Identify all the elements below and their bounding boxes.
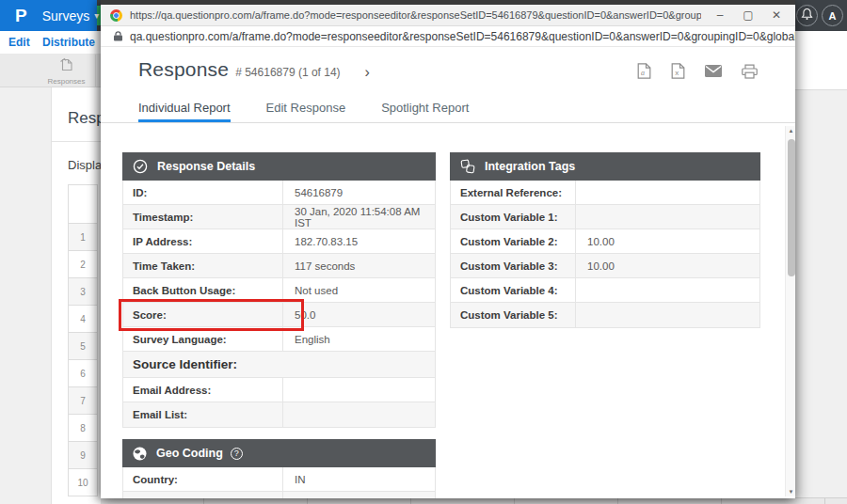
table-row: Email List: (123, 402, 435, 427)
table-row: Timestamp:30 Jan, 2020 11:54:08 AM IST (123, 205, 435, 229)
integration-tags-header: Integration Tags (450, 152, 760, 181)
row-label: Custom Variable 3: (451, 254, 576, 277)
table-header-cell (68, 184, 98, 224)
menu-edit[interactable]: Edit (8, 36, 30, 49)
row-label: Country: (123, 467, 283, 491)
row-label: Custom Variable 4: (451, 278, 576, 302)
scroll-down-arrow[interactable]: ▼ (786, 487, 795, 496)
window-titlebar[interactable]: https://qa.questionpro.com/a/frame.do?mo… (101, 5, 795, 26)
avatar-initial: A (829, 10, 837, 22)
user-avatar[interactable]: A (822, 5, 843, 26)
row-label: Time Taken: (123, 254, 283, 277)
table-row: External Reference: (451, 181, 759, 205)
print-icon[interactable] (742, 64, 758, 79)
questionpro-logo: P (15, 6, 27, 26)
row-number-cell: 1 (68, 224, 98, 251)
row-label: Custom Variable 1: (451, 205, 576, 228)
table-row: Custom Variable 3:10.00 (451, 254, 759, 278)
export-actions: a x (637, 63, 758, 79)
window-controls: – ▢ ✕ (712, 8, 784, 22)
address-bar[interactable]: qa.questionpro.com/a/frame.do?mode=respo… (101, 26, 795, 47)
chevron-down-icon[interactable]: ▾ (94, 10, 99, 21)
geo-coding-table: Country:INRegion:16 (122, 467, 436, 498)
section-row: Source Identifier: (123, 352, 435, 378)
svg-text:x: x (675, 69, 679, 77)
row-value: 16 (283, 492, 307, 498)
table-row: Country:IN (123, 467, 435, 492)
minimize-button[interactable]: – (712, 8, 727, 22)
row-label: Source Identifier: (123, 352, 237, 377)
table-row: Custom Variable 5: (451, 303, 759, 327)
row-value (576, 205, 587, 228)
pdf-export-icon[interactable]: a (637, 63, 651, 79)
row-label: Custom Variable 2: (451, 229, 576, 253)
table-row: Score:50.0 (123, 303, 435, 327)
table-row: Custom Variable 4: (451, 278, 759, 303)
popup-content: Response # 54616879 (1 of 14) › a x (101, 47, 795, 498)
response-editor-popup: https://qa.questionpro.com/a/frame.do?mo… (101, 0, 795, 498)
left-sidebar (0, 87, 52, 504)
tab-edit-response[interactable]: Edit Response (266, 94, 346, 122)
row-number-cell: 6 (68, 360, 98, 387)
email-icon[interactable] (705, 65, 722, 77)
nav-surveys[interactable]: Surveys (42, 8, 90, 24)
check-circle-icon (133, 159, 148, 174)
row-value: 30 Jan, 2020 11:54:08 AM IST (283, 205, 435, 228)
row-value (283, 378, 295, 402)
background-table-strip (101, 497, 847, 504)
next-response-chevron[interactable]: › (365, 64, 370, 81)
row-label: IP Address: (123, 229, 283, 253)
row-number-cell: 2 (68, 251, 98, 278)
row-label: Email Address: (123, 378, 283, 402)
row-value (283, 402, 295, 427)
table-row: Custom Variable 1: (451, 205, 759, 229)
row-number-cell: 7 (68, 387, 98, 415)
excel-export-icon[interactable]: x (671, 63, 685, 79)
row-label: Score: (123, 303, 283, 326)
row-label: ID: (123, 181, 283, 204)
notifications-button[interactable] (796, 5, 818, 26)
report-tabs: Individual ReportEdit ResponseSpotlight … (101, 94, 795, 123)
maximize-button[interactable]: ▢ (741, 8, 756, 22)
help-icon[interactable]: ? (231, 448, 243, 460)
table-row: ID:54616879 (123, 181, 435, 205)
close-button[interactable]: ✕ (769, 8, 784, 22)
scroll-up-arrow[interactable]: ▲ (786, 126, 795, 135)
row-label: Timestamp: (123, 205, 283, 228)
row-value: 10.00 (576, 229, 615, 253)
row-value: IN (283, 467, 306, 491)
row-label: Email List: (123, 402, 283, 427)
row-label: External Reference: (451, 181, 576, 204)
row-value: 50.0 (283, 303, 315, 326)
geo-coding-panel: Geo Coding ? Country:INRegion:16 (122, 439, 436, 498)
address-url: qa.questionpro.com/a/frame.do?mode=respo… (130, 30, 795, 43)
table-row: Back Button Usage:Not used (123, 278, 435, 303)
scrollbar-thumb[interactable] (788, 139, 795, 276)
integration-tags-title: Integration Tags (485, 160, 575, 173)
tab-individual-report[interactable]: Individual Report (138, 94, 231, 122)
row-number-cell: 4 (68, 306, 98, 333)
row-number-cell: 10 (68, 469, 98, 496)
response-details-header: Response Details (122, 152, 436, 181)
row-value: 182.70.83.15 (283, 229, 358, 253)
toolbar-tab-responses[interactable]: Responses (38, 55, 96, 87)
row-number-cell: 3 (68, 278, 98, 306)
row-label: Region: (123, 492, 283, 498)
svg-text:a: a (641, 69, 645, 77)
toolbar-tab-label: Responses (47, 77, 85, 86)
menu-distribute[interactable]: Distribute (42, 36, 95, 49)
row-value: English (283, 327, 330, 351)
vertical-scrollbar[interactable]: ▲ ▼ (785, 126, 795, 496)
background-panel-gray (795, 89, 847, 504)
row-number-cell: 5 (68, 333, 98, 360)
row-value (576, 181, 587, 204)
row-label: Back Button Usage: (123, 278, 283, 302)
background-panel-white (795, 31, 847, 89)
row-value: 117 seconds (283, 254, 355, 277)
tab-spotlight-report[interactable]: Spotlight Report (381, 94, 469, 122)
lock-icon[interactable] (114, 28, 122, 45)
integration-tags-icon (460, 159, 475, 174)
window-title-url: https://qa.questionpro.com/a/frame.do?mo… (130, 9, 701, 21)
geo-coding-title: Geo Coding (156, 447, 223, 460)
row-value (576, 278, 587, 302)
